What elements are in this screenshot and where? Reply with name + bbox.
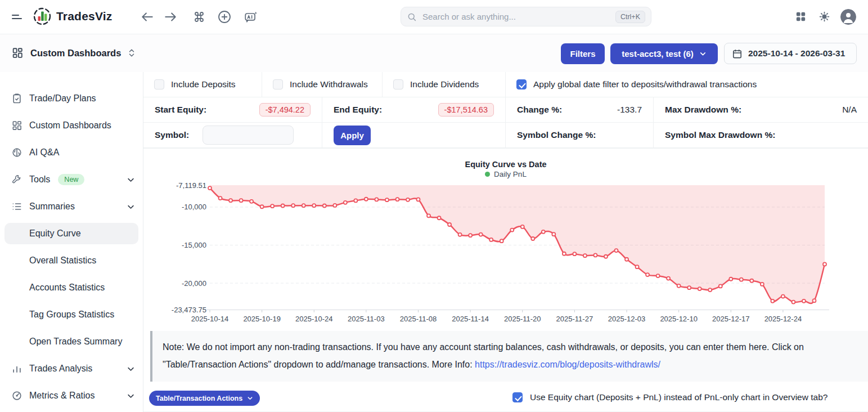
chart-title: Equity Curve vs Date	[143, 160, 868, 169]
chevron-down-icon[interactable]	[127, 176, 135, 184]
symbol-change-label: Symbol Change %:	[517, 130, 596, 140]
note-link[interactable]: https://tradesviz.com/blog/deposits-with…	[475, 360, 660, 369]
end-equity-value: -$17,514.63	[438, 103, 494, 117]
list-icon	[11, 201, 23, 212]
search-bar[interactable]: Ctrl+K	[401, 7, 651, 26]
chevron-down-icon	[699, 50, 707, 57]
table-transaction-actions-button[interactable]: Table/Transaction Actions	[149, 391, 260, 406]
change-cell: Change %: -133.7	[506, 97, 654, 123]
filters-button[interactable]: Filters	[561, 43, 605, 64]
svg-text:2025-10-19: 2025-10-19	[243, 315, 281, 323]
sidebar-item-accounts-statistics[interactable]: Accounts Statistics	[0, 274, 143, 301]
sidebar-item-metrics-ratios[interactable]: Metrics & Ratios	[0, 382, 143, 409]
page-title-selector[interactable]: Custom Dashboards	[11, 47, 136, 59]
equity-curve-chart[interactable]: -7,119.51-10,000-15,000-20,000-23,473.75…	[143, 180, 868, 324]
page-title: Custom Dashboards	[30, 48, 121, 59]
max-drawdown-value: N/A	[842, 105, 857, 115]
account-dropdown[interactable]: test-acct3, test (6)	[610, 43, 718, 64]
filter-checkbox-include-withdrawals[interactable]: Include Withdrawals	[262, 72, 383, 97]
change-label: Change %:	[517, 105, 562, 115]
grid-icon	[11, 120, 23, 131]
theme-sun-icon[interactable]	[818, 11, 830, 23]
checkbox-icon	[512, 392, 523, 402]
command-palette-icon[interactable]	[192, 10, 206, 24]
clipboard-check-icon	[11, 93, 23, 104]
add-icon[interactable]	[217, 10, 232, 24]
symbol-max-drawdown-label: Symbol Max Drawdown %:	[665, 130, 775, 140]
sidebar-item-equity-curve[interactable]: Equity Curve	[5, 223, 138, 244]
tradesviz-app: TradesViz Ctrl+K	[0, 0, 868, 412]
svg-text:2025-12-24: 2025-12-24	[764, 315, 802, 323]
checkbox-label: Include Withdrawals	[290, 79, 368, 89]
wrench-icon	[11, 174, 23, 185]
account-label: test-acct3, test (6)	[622, 49, 694, 59]
search-shortcut-badge: Ctrl+K	[615, 11, 645, 23]
sidebar-item-tools[interactable]: ToolsNew	[0, 166, 143, 193]
svg-text:2025-12-03: 2025-12-03	[608, 315, 646, 323]
hamburger-menu-icon[interactable]	[10, 11, 24, 23]
svg-text:-7,119.51: -7,119.51	[176, 181, 206, 190]
svg-text:-15,000: -15,000	[182, 241, 206, 249]
bar-chart-icon	[11, 363, 23, 374]
chevron-down-icon[interactable]	[127, 392, 135, 400]
legend-label: Daily PnL	[494, 170, 527, 178]
gauge-icon	[11, 390, 23, 401]
overview-equity-checkbox[interactable]: Use Equity chart (Deposits + PnL) instea…	[512, 392, 827, 402]
date-range-picker[interactable]: 2025-10-14 - 2026-03-31	[724, 43, 857, 64]
sidebar-item-tag-groups-statistics[interactable]: Tag Groups Statistics	[0, 301, 143, 328]
brand[interactable]: TradesViz	[33, 7, 112, 26]
sidebar-item-label: Tag Groups Statistics	[29, 310, 114, 320]
back-arrow-icon[interactable]	[140, 10, 155, 24]
dashboard-grid-icon	[11, 47, 24, 59]
user-avatar[interactable]	[840, 9, 856, 25]
symbol-input[interactable]	[203, 126, 294, 145]
apply-button[interactable]: Apply	[334, 126, 371, 145]
checkbox-icon	[516, 79, 527, 89]
chevron-down-icon[interactable]	[127, 203, 135, 211]
svg-text:-10,000: -10,000	[182, 203, 206, 211]
sidebar-item-label: Overall Statistics	[29, 256, 96, 266]
change-value: -133.7	[617, 105, 642, 115]
sidebar-item-label: Equity Curve	[29, 229, 81, 239]
topbar: TradesViz Ctrl+K	[0, 0, 868, 34]
chevron-down-icon[interactable]	[127, 365, 135, 373]
sidebar-item-label: Trades Analysis	[29, 364, 92, 374]
include-filters-row: Include DepositsInclude WithdrawalsInclu…	[143, 72, 868, 97]
checkbox-icon	[393, 79, 403, 89]
main-content: Include DepositsInclude WithdrawalsInclu…	[143, 72, 868, 412]
apps-grid-icon[interactable]	[794, 10, 807, 23]
sidebar-item-open-trades-summary[interactable]: Open Trades Summary	[0, 328, 143, 355]
ai-chat-icon[interactable]	[244, 10, 258, 24]
sidebar-item-label: Trade/Day Plans	[29, 93, 96, 104]
tradesviz-logo-icon	[33, 7, 52, 26]
table-transaction-actions-label: Table/Transaction Actions	[156, 395, 242, 402]
filter-checkbox-include-deposits[interactable]: Include Deposits	[143, 72, 262, 97]
search-input[interactable]	[421, 11, 615, 22]
overview-equity-label: Use Equity chart (Deposits + PnL) instea…	[530, 392, 827, 402]
symbol-cell: Symbol:	[143, 123, 322, 148]
svg-text:2025-10-14: 2025-10-14	[191, 315, 229, 323]
svg-text:-20,000: -20,000	[182, 279, 206, 288]
sidebar-item-summaries[interactable]: Summaries	[0, 193, 143, 220]
svg-text:2025-11-20: 2025-11-20	[504, 315, 541, 323]
new-badge: New	[58, 174, 84, 185]
sidebar-item-custom-dashboards[interactable]: Custom Dashboards	[0, 112, 143, 139]
svg-text:-23,473.75: -23,473.75	[172, 306, 206, 314]
chevron-down-icon	[247, 395, 253, 401]
sidebar: Trade/Day PlansCustom DashboardsAI Q&ATo…	[0, 72, 143, 412]
sidebar-item-overall-statistics[interactable]: Overall Statistics	[0, 247, 143, 274]
end-equity-cell: End Equity: -$17,514.63	[322, 97, 506, 123]
forward-arrow-icon[interactable]	[163, 10, 178, 24]
svg-text:2025-11-27: 2025-11-27	[556, 315, 593, 323]
sidebar-item-trades-analysis[interactable]: Trades Analysis	[0, 355, 143, 382]
sidebar-item-trade-day-plans[interactable]: Trade/Day Plans	[0, 85, 143, 112]
max-drawdown-label: Max Drawdown %:	[665, 105, 741, 115]
chart-legend[interactable]: Daily PnL	[143, 170, 868, 178]
end-equity-label: End Equity:	[334, 105, 382, 115]
filter-checkbox-include-dividends[interactable]: Include Dividends	[383, 72, 506, 97]
filter-checkbox-apply-global-date-filter-to-deposits-wit[interactable]: Apply global date filter to deposits/wit…	[506, 72, 868, 97]
start-equity-value: -$7,494.22	[259, 103, 311, 117]
sidebar-item-ai-q-a[interactable]: AI Q&A	[0, 139, 143, 166]
symbol-max-drawdown-cell: Symbol Max Drawdown %:	[654, 123, 868, 148]
start-equity-label: Start Equity:	[155, 105, 206, 115]
